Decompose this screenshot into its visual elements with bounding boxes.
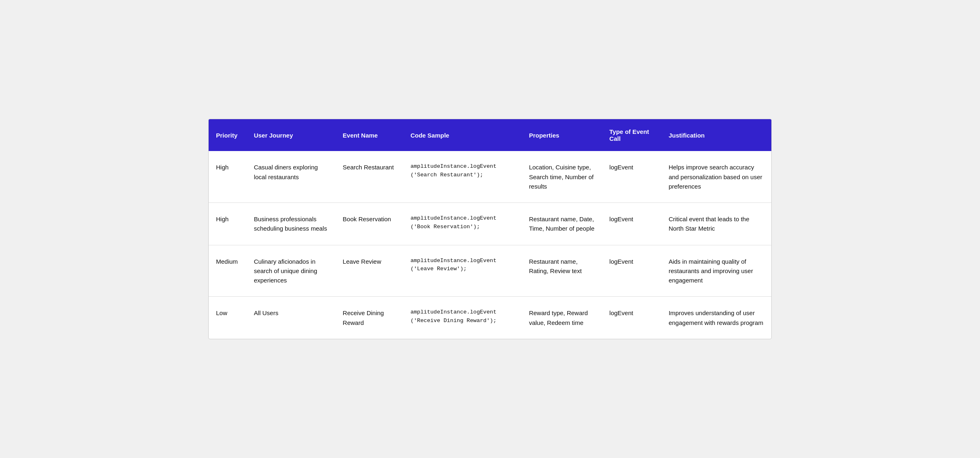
header-journey: User Journey: [247, 119, 336, 151]
header-event: Event Name: [335, 119, 403, 151]
cell-priority: Low: [209, 297, 247, 339]
cell-priority: High: [209, 151, 247, 202]
cell-journey: Casual diners exploring local restaurant…: [247, 151, 336, 202]
header-props: Properties: [521, 119, 602, 151]
cell-event: Book Reservation: [335, 203, 403, 245]
cell-properties: Restaurant name, Date, Time, Number of p…: [521, 203, 602, 245]
cell-journey: All Users: [247, 297, 336, 339]
table-row: LowAll UsersReceive Dining Rewardamplitu…: [209, 297, 771, 339]
header-code: Code Sample: [403, 119, 521, 151]
cell-type: logEvent: [602, 297, 661, 339]
cell-priority: High: [209, 203, 247, 245]
cell-properties: Location, Cuisine type, Search time, Num…: [521, 151, 602, 202]
table-row: HighCasual diners exploring local restau…: [209, 151, 771, 202]
cell-properties: Restaurant name, Rating, Review text: [521, 245, 602, 297]
cell-journey: Culinary aficionados in search of unique…: [247, 245, 336, 297]
cell-type: logEvent: [602, 203, 661, 245]
cell-event: Leave Review: [335, 245, 403, 297]
header-priority: Priority: [209, 119, 247, 151]
header-just: Justification: [661, 119, 771, 151]
cell-code: amplitudeInstance.logEvent ('Receive Din…: [403, 297, 521, 339]
cell-code: amplitudeInstance.logEvent ('Book Reserv…: [403, 203, 521, 245]
cell-just: Helps improve search accuracy and person…: [661, 151, 771, 202]
cell-priority: Medium: [209, 245, 247, 297]
cell-event: Receive Dining Reward: [335, 297, 403, 339]
cell-code: amplitudeInstance.logEvent ('Leave Revie…: [403, 245, 521, 297]
cell-journey: Business professionals scheduling busine…: [247, 203, 336, 245]
cell-just: Improves understanding of user engagemen…: [661, 297, 771, 339]
cell-event: Search Restaurant: [335, 151, 403, 202]
cell-just: Aids in maintaining quality of restauran…: [661, 245, 771, 297]
cell-properties: Reward type, Reward value, Redeem time: [521, 297, 602, 339]
main-table-container: Priority User Journey Event Name Code Sa…: [208, 119, 772, 339]
cell-type: logEvent: [602, 245, 661, 297]
cell-type: logEvent: [602, 151, 661, 202]
cell-just: Critical event that leads to the North S…: [661, 203, 771, 245]
events-table: Priority User Journey Event Name Code Sa…: [209, 119, 771, 339]
table-row: HighBusiness professionals scheduling bu…: [209, 203, 771, 245]
header-type: Type of Event Call: [602, 119, 661, 151]
table-row: MediumCulinary aficionados in search of …: [209, 245, 771, 297]
table-header-row: Priority User Journey Event Name Code Sa…: [209, 119, 771, 151]
cell-code: amplitudeInstance.logEvent ('Search Rest…: [403, 151, 521, 202]
